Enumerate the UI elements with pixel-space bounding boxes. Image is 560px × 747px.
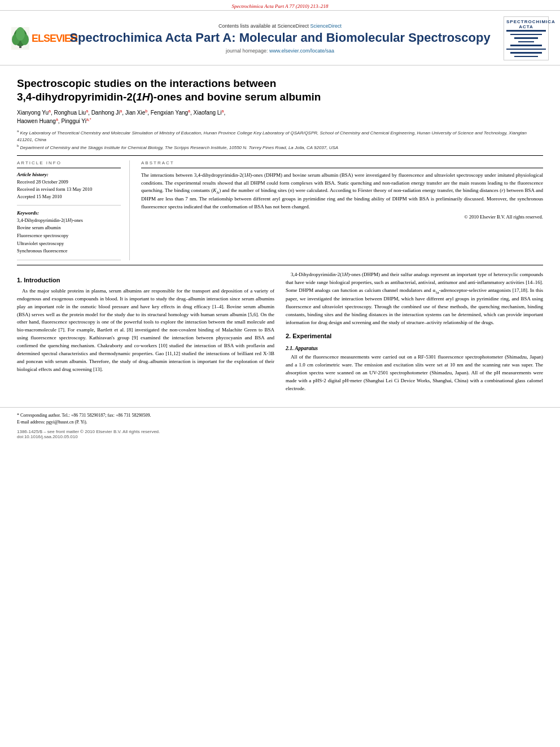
svg-point-5 <box>16 27 25 41</box>
elsevier-tree-icon <box>11 27 29 50</box>
header-area: ELSEVIER Contents lists available at Sci… <box>0 11 560 65</box>
divider-2 <box>17 265 543 265</box>
keywords-label: Keywords: <box>17 210 121 216</box>
logo-decoration <box>506 29 546 58</box>
keyword-4: Ultraviolet spectroscopy <box>17 240 121 248</box>
footnote-corresponding: * Corresponding author. Tel.: +86 731 58… <box>17 412 543 426</box>
article-info-label: ARTICLE INFO <box>17 160 121 165</box>
intro-heading: 1. Introduction <box>17 276 274 285</box>
keyword-3: Fluorescence spectroscopy <box>17 232 121 240</box>
abstract-label: ABSTRACT <box>141 160 543 165</box>
keyword-5: Synchronous fluorescence <box>17 247 121 255</box>
page: Spectrochimica Acta Part A 77 (2010) 213… <box>0 0 560 747</box>
journal-bar: Spectrochimica Acta Part A 77 (2010) 213… <box>0 0 560 11</box>
journal-citation: Spectrochimica Acta Part A 77 (2010) 213… <box>231 3 328 9</box>
intro-para-1: As the major soluble proteins in plasma,… <box>17 287 274 374</box>
keyword-2: Bovine serum albumin <box>17 224 121 232</box>
body-col-right: 3,4-Dihydropyrimidin-2(1H)-ones (DHPM) a… <box>286 271 543 396</box>
abstract-text: The interactions between 3,4-dihydropyri… <box>141 172 543 211</box>
apparatus-text: All of the fluorescence measurements wer… <box>286 353 543 393</box>
received-date: Received 28 October 2009 <box>17 178 121 186</box>
exp-heading: 2. Experimental <box>286 331 543 341</box>
footer: * Corresponding author. Tel.: +86 731 58… <box>0 407 560 444</box>
intro-para-2: 3,4-Dihydropyrimidin-2(1H)-ones (DHPM) a… <box>286 271 543 327</box>
journal-logo-box: SPECTROCHIMICAACTA <box>504 16 549 60</box>
journal-title: Spectrochimica Acta Part A: Molecular an… <box>68 30 492 45</box>
elsevier-logo: ELSEVIER <box>11 27 56 50</box>
article-title: Spectroscopic studies on the interaction… <box>17 77 543 104</box>
homepage-url[interactable]: www.elsevier.com/locate/saa <box>269 48 334 54</box>
apparatus-heading: 2.1. Apparatus <box>286 344 543 353</box>
article-info-left: ARTICLE INFO Article history: Received 2… <box>17 160 130 260</box>
copyright: © 2010 Elsevier B.V. All rights reserved… <box>141 214 543 220</box>
divider-1 <box>17 155 543 156</box>
abstract-area: ABSTRACT The interactions between 3,4-di… <box>141 160 543 260</box>
body-two-col: 1. Introduction As the major soluble pro… <box>17 271 543 396</box>
journal-logo-text: SPECTROCHIMICAACTA <box>506 19 546 29</box>
revised-date: Received in revised form 13 May 2010 <box>17 186 121 193</box>
affiliations: a Key Laboratory of Theoretical Chemistr… <box>17 129 543 151</box>
body-col-left: 1. Introduction As the major soluble pro… <box>17 271 274 396</box>
keyword-1: 3,4-Dihydropyrimidin-2(1H)-ones <box>17 217 121 225</box>
footer-bar: 1386-1425/$ – see front matter © 2010 El… <box>17 429 543 439</box>
contents-available: Contents lists available at ScienceDirec… <box>68 23 492 29</box>
authors: Xianyong Yua, Ronghua Liua, Danhong Jia,… <box>17 108 543 126</box>
accepted-date: Accepted 15 May 2010 <box>17 193 121 200</box>
header-center: Contents lists available at ScienceDirec… <box>56 23 504 53</box>
article-history-label: Article history: <box>17 172 121 177</box>
article-info-area: ARTICLE INFO Article history: Received 2… <box>17 160 543 260</box>
journal-homepage: journal homepage: www.elsevier.com/locat… <box>68 48 492 54</box>
article-main: Spectroscopic studies on the interaction… <box>0 65 560 401</box>
sciencedirect-link[interactable]: ScienceDirect <box>310 23 342 29</box>
